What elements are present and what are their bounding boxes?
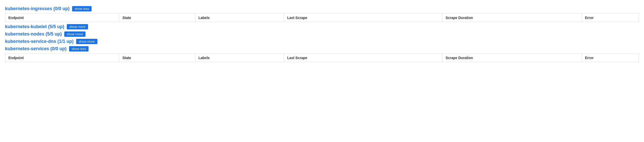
section-header-kubernetes-services: kubernetes-services (0/0 up) show less [5, 46, 639, 51]
th-error-1: Error [582, 14, 639, 22]
section-kubernetes-kubelet: kubernetes-kubelet (5/5 up) show more [5, 24, 639, 29]
th-labels-2: Labels [195, 54, 284, 62]
table-kubernetes-services: Endpoint State Labels Last Scrape Scrape… [5, 54, 639, 62]
th-endpoint-2: Endpoint [5, 54, 119, 62]
section-title-kubernetes-services[interactable]: kubernetes-services (0/0 up) [5, 46, 67, 51]
toggle-btn-kubernetes-nodes[interactable]: show more [64, 31, 85, 37]
section-kubernetes-services: kubernetes-services (0/0 up) show less E… [5, 46, 639, 62]
table-kubernetes-ingresses: Endpoint State Labels Last Scrape Scrape… [5, 13, 639, 22]
section-title-kubernetes-nodes[interactable]: kubernetes-nodes (5/5 up) [5, 31, 62, 37]
th-error-2: Error [582, 54, 639, 62]
th-scrape-duration-1: Scrape Duration [442, 14, 582, 22]
th-scrape-duration-2: Scrape Duration [442, 54, 582, 62]
table-header-row-2: Endpoint State Labels Last Scrape Scrape… [5, 54, 639, 62]
th-labels-1: Labels [195, 14, 284, 22]
section-kubernetes-ingresses: kubernetes-ingresses (0/0 up) show less … [5, 6, 639, 22]
section-header-kubernetes-service-dns: kubernetes-service-dns (1/1 up) show mor… [5, 39, 639, 44]
table-header-row-1: Endpoint State Labels Last Scrape Scrape… [5, 14, 639, 22]
section-header-kubernetes-kubelet: kubernetes-kubelet (5/5 up) show more [5, 24, 639, 29]
toggle-btn-kubernetes-kubelet[interactable]: show more [67, 24, 88, 29]
th-endpoint-1: Endpoint [5, 14, 119, 22]
th-state-2: State [119, 54, 195, 62]
th-state-1: State [119, 14, 195, 22]
toggle-btn-kubernetes-ingresses[interactable]: show less [72, 6, 92, 11]
section-header-kubernetes-ingresses: kubernetes-ingresses (0/0 up) show less [5, 6, 639, 11]
section-kubernetes-nodes: kubernetes-nodes (5/5 up) show more [5, 31, 639, 37]
toggle-btn-kubernetes-services[interactable]: show less [69, 46, 89, 51]
section-kubernetes-service-dns: kubernetes-service-dns (1/1 up) show mor… [5, 39, 639, 44]
section-title-kubernetes-ingresses[interactable]: kubernetes-ingresses (0/0 up) [5, 6, 70, 11]
section-header-kubernetes-nodes: kubernetes-nodes (5/5 up) show more [5, 31, 639, 37]
section-title-kubernetes-service-dns[interactable]: kubernetes-service-dns (1/1 up) [5, 39, 74, 44]
section-title-kubernetes-kubelet[interactable]: kubernetes-kubelet (5/5 up) [5, 24, 64, 29]
toggle-btn-kubernetes-service-dns[interactable]: show more [76, 39, 97, 44]
th-last-scrape-1: Last Scrape [284, 14, 442, 22]
th-last-scrape-2: Last Scrape [284, 54, 442, 62]
